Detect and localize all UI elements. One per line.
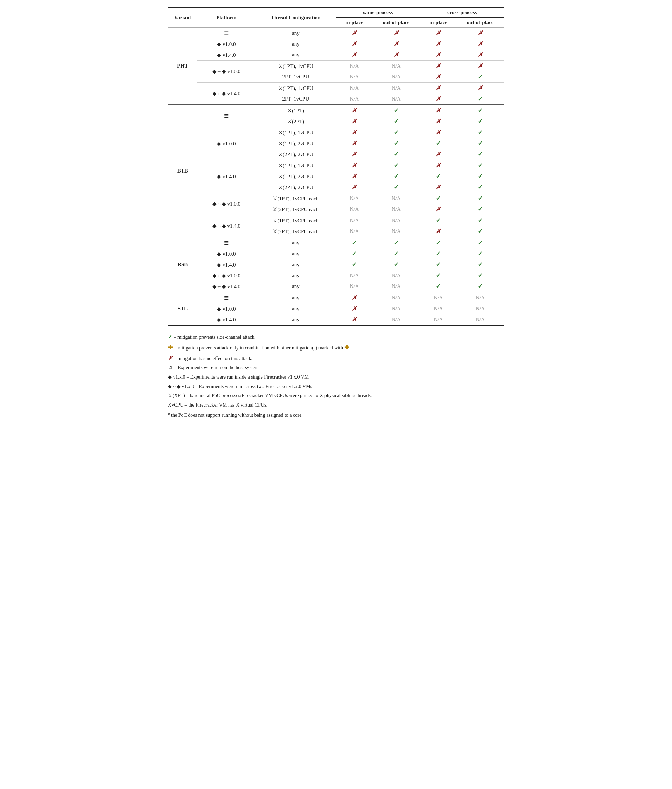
data-cell-cp_ip: ✗: [420, 94, 456, 105]
thread-config-cell: ⚔(1PT), 2vCPU: [255, 138, 336, 149]
data-cell-cp_ip: ✗: [420, 38, 456, 50]
data-cell-cp_ip: ✗: [420, 160, 456, 171]
thread-config-cell: ⚔(1PT), 1vCPU: [255, 83, 336, 94]
data-cell-cp_op: N/A: [456, 303, 504, 314]
platform-cell: ◆↔◆ v1.4.0: [197, 215, 255, 238]
data-cell-cp_op: ✗: [456, 28, 504, 39]
thread-config-cell: any: [255, 281, 336, 292]
platform-cell: ◆ v1.0.0: [197, 127, 255, 160]
platform-cell: ◆ v1.4.0: [197, 314, 255, 325]
data-cell-cp_op: ✓: [456, 105, 504, 116]
data-cell-cp_ip: ✓: [420, 193, 456, 204]
data-cell-cp_ip: ✗: [420, 50, 456, 61]
data-cell-sp_ip: ✓: [336, 259, 373, 270]
data-cell-cp_op: ✗: [456, 83, 504, 94]
thread-config-cell: ⚔(2PT), 2vCPU: [255, 182, 336, 193]
data-cell-sp_op: ✓: [373, 138, 420, 149]
data-cell-cp_ip: ✗: [420, 182, 456, 193]
data-cell-sp_op: ✓: [373, 116, 420, 127]
thread-config-cell: ⚔(1PT), 2vCPU: [255, 171, 336, 182]
data-cell-sp_ip: N/A: [336, 94, 373, 105]
data-cell-sp_op: ✓: [373, 105, 420, 116]
platform-cell: ◆ v1.0.0: [197, 38, 255, 50]
data-cell-cp_ip: ✗: [420, 149, 456, 160]
thread-config-cell: any: [255, 248, 336, 259]
data-cell-sp_op: ✓: [373, 182, 420, 193]
data-cell-sp_op: N/A: [373, 83, 420, 94]
data-cell-cp_ip: ✓: [420, 215, 456, 226]
data-cell-cp_op: ✓: [456, 127, 504, 138]
data-cell-sp_ip: N/A: [336, 83, 373, 94]
thread-config-cell: ⚔(1PT): [255, 105, 336, 116]
variant-label-rsb: RSB: [168, 237, 197, 292]
legend-note: a the PoC does not support running witho…: [168, 410, 504, 420]
data-cell-cp_ip: ✗: [420, 83, 456, 94]
data-cell-cp_op: ✓: [456, 94, 504, 105]
thread-config-cell: ⚔(2PT), 2vCPU: [255, 149, 336, 160]
platform-cell: ◆↔◆ v1.4.0: [197, 83, 255, 105]
thread-config-cell: ⚔(1PT), 1vCPU: [255, 127, 336, 138]
data-cell-sp_op: N/A: [373, 226, 420, 237]
thread-config-cell: any: [255, 28, 336, 39]
data-cell-cp_ip: ✗: [420, 226, 456, 237]
data-cell-sp_op: ✓: [373, 248, 420, 259]
data-cell-cp_op: ✓: [456, 72, 504, 83]
data-cell-sp_op: ✓: [373, 127, 420, 138]
data-cell-sp_ip: N/A: [336, 226, 373, 237]
data-cell-cp_op: ✗: [456, 38, 504, 50]
data-cell-sp_op: ✗: [373, 50, 420, 61]
data-cell-sp_op: ✗: [373, 28, 420, 39]
thread-config-cell: any: [255, 259, 336, 270]
variant-label-btb: BTB: [168, 105, 197, 237]
legend-vm-single: ◆ v1.x.0 – Experiments were run inside a…: [168, 373, 504, 382]
thread-config-cell: any: [255, 270, 336, 281]
platform-cell: ☰: [197, 28, 255, 39]
data-cell-cp_ip: N/A: [420, 292, 456, 303]
data-cell-sp_op: N/A: [373, 314, 420, 325]
data-cell-cp_op: ✗: [456, 50, 504, 61]
data-cell-sp_op: ✓: [373, 237, 420, 248]
platform-cell: ☰: [197, 237, 255, 248]
thread-config-cell: ⚔(1PT), 1vCPU: [255, 160, 336, 171]
legend-pin: ⚔(XPT) – bare metal PoC processes/Firecr…: [168, 391, 504, 401]
data-cell-sp_op: ✓: [373, 171, 420, 182]
data-cell-sp_op: N/A: [373, 215, 420, 226]
data-cell-sp_ip: ✗: [336, 149, 373, 160]
col-group-cross-process: cross-process: [420, 7, 504, 18]
platform-cell: ◆↔◆ v1.4.0: [197, 281, 255, 292]
col-header-variant: Variant: [168, 7, 197, 28]
data-cell-cp_ip: ✗: [420, 116, 456, 127]
col-header-thread: Thread Configuration: [255, 7, 336, 28]
data-cell-sp_op: N/A: [373, 94, 420, 105]
platform-cell: ◆↔◆ v1.0.0: [197, 61, 255, 83]
data-cell-cp_ip: ✗: [420, 61, 456, 72]
data-cell-sp_ip: ✗: [336, 28, 373, 39]
data-cell-cp_ip: ✓: [420, 281, 456, 292]
thread-config-cell: any: [255, 303, 336, 314]
platform-cell: ◆↔◆ v1.0.0: [197, 270, 255, 281]
data-cell-sp_ip: N/A: [336, 61, 373, 72]
thread-config-cell: ⚔(2PT), 1vCPU each: [255, 226, 336, 237]
data-cell-cp_op: ✓: [456, 281, 504, 292]
col-header-cp-outofplace: out-of-place: [456, 18, 504, 28]
data-cell-sp_ip: ✗: [336, 50, 373, 61]
data-cell-sp_op: N/A: [373, 72, 420, 83]
data-cell-sp_op: N/A: [373, 270, 420, 281]
legend-host: 🖥 – Experiments were run on the host sys…: [168, 363, 504, 373]
data-cell-cp_op: ✓: [456, 204, 504, 215]
data-cell-cp_op: ✓: [456, 182, 504, 193]
data-cell-cp_op: ✓: [456, 116, 504, 127]
thread-config-cell: ⚔(1PT), 1vCPU each: [255, 193, 336, 204]
data-cell-sp_op: N/A: [373, 303, 420, 314]
data-cell-sp_op: ✗: [373, 38, 420, 50]
data-cell-cp_ip: ✗: [420, 127, 456, 138]
thread-config-cell: any: [255, 50, 336, 61]
data-cell-cp_op: ✗: [456, 61, 504, 72]
data-cell-cp_op: ✓: [456, 226, 504, 237]
data-cell-cp_ip: ✓: [420, 171, 456, 182]
thread-config-cell: ⚔(2PT), 1vCPU each: [255, 204, 336, 215]
platform-cell: ◆ v1.4.0: [197, 160, 255, 193]
thread-config-cell: any: [255, 314, 336, 325]
data-cell-sp_ip: ✗: [336, 160, 373, 171]
data-cell-cp_ip: N/A: [420, 314, 456, 325]
